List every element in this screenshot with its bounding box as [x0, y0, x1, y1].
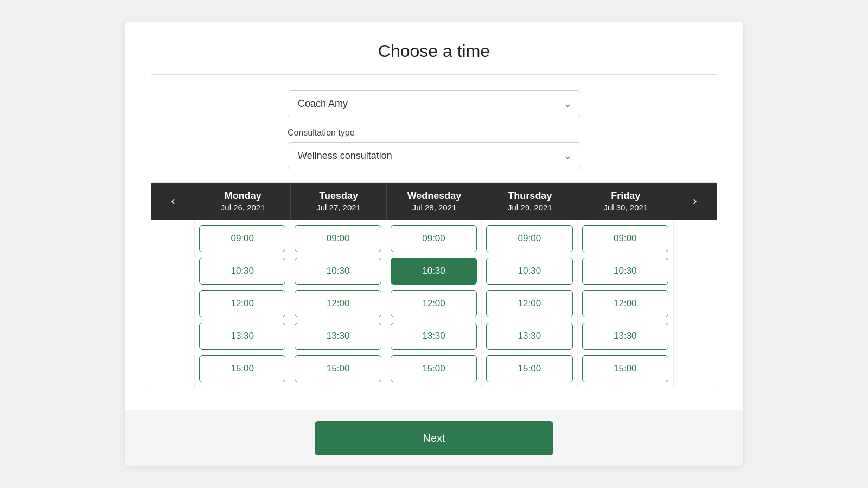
time-fri-1200[interactable]: 12:00	[582, 290, 668, 317]
time-mon-1330[interactable]: 13:30	[199, 323, 285, 350]
page-title: Choose a time	[151, 41, 717, 61]
day-header-tue: Tuesday Jul 27, 2021	[290, 183, 386, 220]
consultation-select[interactable]: Wellness consultation Fitness consultati…	[288, 142, 580, 169]
time-tue-1330[interactable]: 13:30	[295, 323, 381, 350]
calendar: ‹ Monday Jul 26, 2021 Tuesday Jul 27, 20…	[151, 182, 717, 388]
divider	[151, 74, 717, 75]
day-date-tue: Jul 27, 2021	[295, 203, 381, 212]
day-header-wed: Wednesday Jul 28, 2021	[386, 183, 482, 220]
time-col-mon: 09:00 10:30 12:00 13:30 15:00	[195, 220, 290, 388]
time-mon-0900[interactable]: 09:00	[199, 225, 285, 252]
time-wed-1030[interactable]: 10:30	[391, 258, 477, 285]
prev-week-button[interactable]: ‹	[151, 183, 195, 220]
time-fri-0900[interactable]: 09:00	[582, 225, 668, 252]
calendar-body: 09:00 10:30 12:00 13:30 15:00 09:00 10:3…	[151, 220, 717, 388]
day-name-fri: Friday	[583, 190, 669, 202]
empty-left	[151, 220, 195, 388]
calendar-header: ‹ Monday Jul 26, 2021 Tuesday Jul 27, 20…	[151, 183, 717, 220]
prev-icon: ‹	[171, 194, 175, 208]
day-name-mon: Monday	[200, 190, 286, 202]
time-fri-1330[interactable]: 13:30	[582, 323, 668, 350]
time-wed-1330[interactable]: 13:30	[391, 323, 477, 350]
time-thu-1500[interactable]: 15:00	[486, 355, 572, 382]
time-wed-1500[interactable]: 15:00	[391, 355, 477, 382]
day-header-mon: Monday Jul 26, 2021	[195, 183, 290, 220]
time-thu-1200[interactable]: 12:00	[486, 290, 572, 317]
day-name-wed: Wednesday	[391, 190, 477, 202]
consultation-dropdown-container: Wellness consultation Fitness consultati…	[288, 142, 580, 169]
time-mon-1200[interactable]: 12:00	[199, 290, 285, 317]
time-thu-0900[interactable]: 09:00	[486, 225, 572, 252]
coach-dropdown-wrapper: Coach Amy Coach Bob Coach Carol ⌄	[151, 90, 717, 117]
time-tue-1500[interactable]: 15:00	[295, 355, 381, 382]
time-wed-0900[interactable]: 09:00	[391, 225, 477, 252]
next-icon: ›	[693, 194, 697, 208]
main-card: Choose a time Coach Amy Coach Bob Coach …	[125, 22, 743, 466]
time-col-wed: 09:00 10:30 12:00 13:30 15:00	[386, 220, 482, 388]
coach-select[interactable]: Coach Amy Coach Bob Coach Carol	[288, 90, 580, 117]
day-name-tue: Tuesday	[295, 190, 381, 202]
time-tue-0900[interactable]: 09:00	[295, 225, 381, 252]
time-col-thu: 09:00 10:30 12:00 13:30 15:00	[482, 220, 577, 388]
next-button[interactable]: Next	[315, 421, 553, 455]
day-date-wed: Jul 28, 2021	[391, 203, 477, 212]
card-body: Choose a time Coach Amy Coach Bob Coach …	[125, 22, 743, 410]
time-mon-1030[interactable]: 10:30	[199, 258, 285, 285]
day-header-fri: Friday Jul 30, 2021	[578, 183, 673, 220]
time-fri-1030[interactable]: 10:30	[582, 258, 668, 285]
consultation-type-label: Consultation type	[288, 128, 580, 138]
consultation-type-label-wrapper: Consultation type	[151, 128, 717, 138]
consultation-dropdown-wrapper: Wellness consultation Fitness consultati…	[151, 142, 717, 169]
day-date-fri: Jul 30, 2021	[583, 203, 669, 212]
time-col-fri: 09:00 10:30 12:00 13:30 15:00	[578, 220, 673, 388]
day-date-thu: Jul 29, 2021	[487, 203, 573, 212]
empty-right	[673, 220, 717, 388]
day-name-thu: Thursday	[487, 190, 573, 202]
time-tue-1200[interactable]: 12:00	[295, 290, 381, 317]
time-thu-1030[interactable]: 10:30	[486, 258, 572, 285]
day-date-mon: Jul 26, 2021	[200, 203, 286, 212]
page-container: Choose a time Coach Amy Coach Bob Coach …	[0, 0, 868, 488]
time-mon-1500[interactable]: 15:00	[199, 355, 285, 382]
card-footer: Next	[125, 410, 743, 466]
next-week-button[interactable]: ›	[673, 183, 717, 220]
day-header-thu: Thursday Jul 29, 2021	[482, 183, 577, 220]
time-wed-1200[interactable]: 12:00	[391, 290, 477, 317]
time-fri-1500[interactable]: 15:00	[582, 355, 668, 382]
time-tue-1030[interactable]: 10:30	[295, 258, 381, 285]
time-col-tue: 09:00 10:30 12:00 13:30 15:00	[290, 220, 386, 388]
time-thu-1330[interactable]: 13:30	[486, 323, 572, 350]
coach-dropdown-container: Coach Amy Coach Bob Coach Carol ⌄	[288, 90, 580, 117]
